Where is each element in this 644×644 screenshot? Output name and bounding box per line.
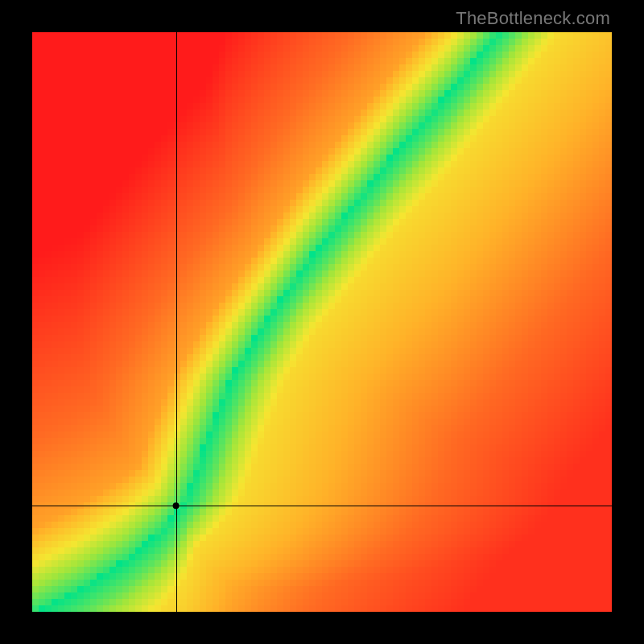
heatmap-canvas bbox=[32, 32, 612, 612]
heatmap-plot bbox=[32, 32, 612, 612]
watermark-text: TheBottleneck.com bbox=[456, 8, 610, 29]
chart-frame: TheBottleneck.com bbox=[0, 0, 644, 644]
